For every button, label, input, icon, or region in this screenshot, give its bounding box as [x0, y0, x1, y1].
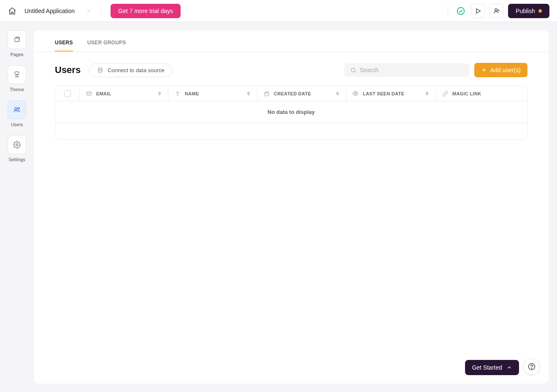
sort-icon[interactable]: [246, 91, 251, 96]
page-header-left: Users Connect to data source: [55, 63, 173, 77]
text-icon: [174, 90, 181, 97]
preview-button[interactable]: [471, 4, 485, 18]
sidebar-label: Settings: [8, 157, 25, 162]
publish-button[interactable]: Publish: [508, 4, 549, 18]
svg-point-9: [16, 144, 18, 146]
th-name[interactable]: NAME: [168, 86, 257, 101]
th-last-seen[interactable]: LAST SEEN DATE: [346, 86, 436, 101]
th-label: EMAIL: [96, 91, 111, 96]
users-table: EMAIL NAME CREATED DATE: [55, 86, 527, 140]
sort-icon[interactable]: [335, 91, 340, 96]
search-icon: [350, 67, 357, 73]
chevron-down-icon[interactable]: [86, 8, 92, 14]
trial-button[interactable]: Get 7 more trial days: [111, 4, 181, 18]
search-input[interactable]: [360, 67, 463, 73]
svg-point-11: [351, 68, 355, 72]
top-bar: Untitled Application Get 7 more trial da…: [0, 0, 557, 22]
help-button[interactable]: [523, 358, 540, 375]
theme-icon: [8, 65, 26, 84]
svg-line-12: [354, 71, 356, 73]
pages-icon: [8, 30, 26, 49]
connect-label: Connect to data source: [108, 67, 164, 73]
svg-rect-6: [15, 72, 19, 74]
table-footer: [55, 123, 527, 139]
tabs: USERS USER GROUPS: [34, 34, 549, 52]
sidebar: Pages Theme Users Settings: [0, 22, 34, 392]
svg-point-22: [531, 368, 532, 369]
main-panel: USERS USER GROUPS Users Connect to data …: [34, 30, 549, 384]
main-wrap: USERS USER GROUPS Users Connect to data …: [34, 22, 557, 392]
publish-status-dot: [538, 9, 542, 13]
sidebar-label: Pages: [10, 52, 23, 57]
topbar-left: Untitled Application Get 7 more trial da…: [8, 4, 181, 18]
svg-point-20: [355, 93, 357, 95]
calendar-icon: [263, 90, 270, 97]
app-title[interactable]: Untitled Application: [24, 8, 75, 14]
th-email[interactable]: EMAIL: [80, 86, 168, 101]
chevron-up-icon: [506, 365, 512, 370]
plus-icon: [481, 67, 487, 73]
eye-icon: [352, 90, 359, 97]
svg-point-7: [15, 108, 17, 110]
tab-user-groups[interactable]: USER GROUPS: [87, 40, 126, 51]
svg-rect-16: [265, 92, 268, 95]
sidebar-item-users[interactable]: Users: [8, 100, 26, 127]
topbar-right: Publish: [445, 4, 549, 18]
th-created-date[interactable]: CREATED DATE: [257, 86, 346, 101]
sidebar-label: Users: [11, 122, 23, 127]
svg-point-0: [457, 7, 465, 14]
th-label: CREATED DATE: [274, 91, 311, 96]
help-icon: [527, 362, 536, 371]
page-header-right: Add user(s): [344, 63, 527, 77]
status-ok-icon: [455, 5, 467, 17]
checkbox[interactable]: [64, 90, 71, 97]
th-select-all[interactable]: [55, 86, 80, 101]
table-empty-state: No data to display: [55, 101, 527, 123]
search-box[interactable]: [344, 63, 469, 77]
svg-rect-5: [15, 38, 19, 41]
svg-marker-1: [476, 8, 480, 13]
gear-icon: [8, 135, 26, 154]
sidebar-label: Theme: [10, 87, 24, 92]
link-icon: [442, 90, 448, 97]
page-header: Users Connect to data source: [34, 52, 549, 86]
mail-icon: [86, 90, 92, 97]
divider: [101, 5, 101, 17]
sort-icon[interactable]: [425, 91, 430, 96]
connect-data-source-button[interactable]: Connect to data source: [89, 63, 172, 77]
divider: [448, 5, 448, 17]
get-started-button[interactable]: Get Started: [465, 360, 519, 375]
th-label: MAGIC LINK: [452, 91, 481, 96]
invite-user-button[interactable]: [489, 4, 504, 18]
home-icon[interactable]: [8, 6, 17, 16]
get-started-label: Get Started: [472, 364, 502, 371]
sidebar-item-theme[interactable]: Theme: [8, 65, 26, 92]
sidebar-item-pages[interactable]: Pages: [8, 30, 26, 57]
th-magic-link[interactable]: MAGIC LINK: [436, 86, 527, 101]
users-icon: [8, 100, 26, 119]
app-body: Pages Theme Users Settings USERS USER GR…: [0, 22, 557, 392]
publish-label: Publish: [516, 8, 535, 14]
svg-point-2: [495, 8, 497, 11]
tab-users[interactable]: USERS: [55, 40, 73, 51]
database-icon: [97, 67, 103, 73]
th-label: LAST SEEN DATE: [363, 91, 404, 96]
svg-point-8: [18, 108, 19, 109]
page-title: Users: [55, 65, 81, 76]
sidebar-item-settings[interactable]: Settings: [8, 135, 26, 162]
table-wrap: EMAIL NAME CREATED DATE: [34, 86, 549, 140]
th-label: NAME: [185, 91, 199, 96]
svg-point-10: [98, 68, 102, 69]
add-user-label: Add user(s): [490, 67, 521, 73]
table-header: EMAIL NAME CREATED DATE: [55, 86, 527, 101]
sort-icon[interactable]: [157, 91, 162, 96]
add-user-button[interactable]: Add user(s): [474, 63, 527, 77]
